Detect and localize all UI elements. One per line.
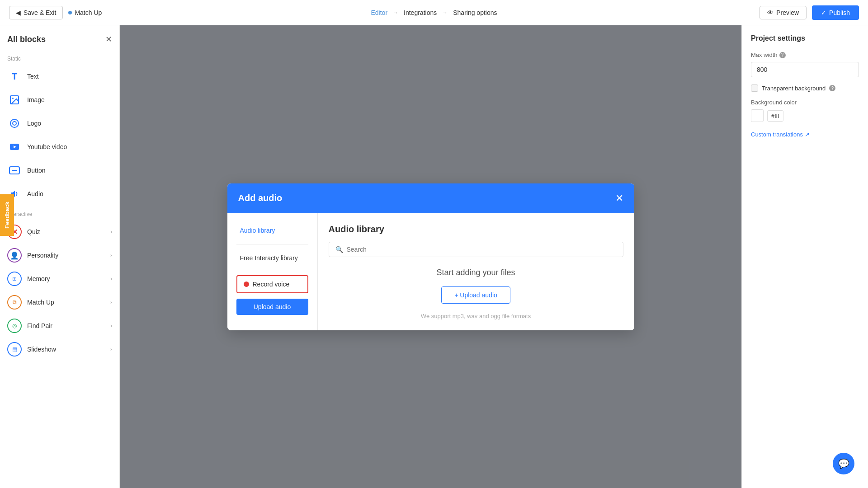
transparent-bg-checkbox[interactable]: [751, 84, 758, 92]
svg-point-1: [12, 98, 14, 99]
sidebar-item-matchup[interactable]: ⧉ Match Up ›: [0, 291, 119, 314]
matchup-arrow: ›: [110, 299, 112, 305]
block-item-logo[interactable]: Logo: [0, 112, 119, 135]
topbar-nav: Editor → Integrations → Sharing options: [371, 9, 497, 16]
external-link-icon: ↗: [805, 131, 810, 138]
max-width-label: Max width ?: [751, 52, 859, 58]
image-label: Image: [27, 96, 112, 103]
modal-content: Audio library 🔍 Start adding your files …: [318, 213, 634, 330]
block-item-button[interactable]: Button: [0, 159, 119, 182]
svg-point-2: [10, 119, 19, 127]
findpair-label: Find Pair: [27, 322, 105, 329]
modal-title: Add audio: [238, 193, 283, 203]
left-sidebar: All blocks ✕ Static T Text Image Logo Yo…: [0, 25, 120, 488]
topbar: ◀ Save & Exit Match Up Editor → Integrat…: [0, 0, 868, 25]
transparent-bg-help-icon[interactable]: ?: [829, 85, 835, 91]
personality-arrow: ›: [110, 252, 112, 258]
sidebar-title: All blocks: [7, 35, 46, 44]
block-item-text[interactable]: T Text: [0, 65, 119, 88]
empty-state: Start adding your files + Upload audio W…: [329, 268, 623, 319]
search-bar: 🔍: [329, 242, 623, 257]
back-arrow-icon: ◀: [16, 9, 21, 16]
save-exit-label: Save & Exit: [24, 9, 56, 16]
upload-audio-outline-button[interactable]: + Upload audio: [441, 286, 510, 304]
memory-icon: ⊞: [7, 272, 22, 286]
svg-point-3: [13, 122, 16, 125]
center-area: Add audio ✕ Audio library Free Interacty…: [120, 25, 741, 488]
sidebar-item-findpair[interactable]: ◎ Find Pair ›: [0, 314, 119, 338]
topbar-left: ◀ Save & Exit Match Up: [9, 6, 102, 19]
personality-label: Personality: [27, 252, 105, 259]
max-width-input[interactable]: [751, 62, 859, 77]
record-dot-icon: [244, 282, 249, 287]
memory-arrow: ›: [110, 276, 112, 282]
text-icon: T: [7, 69, 22, 84]
audio-library-tab[interactable]: Audio library: [236, 222, 308, 239]
image-icon: [7, 93, 22, 107]
chat-button[interactable]: 💬: [833, 453, 854, 474]
project-name: Match Up: [68, 9, 102, 16]
bg-color-row: #fff: [751, 109, 859, 122]
sharing-options-link[interactable]: Sharing options: [453, 9, 497, 16]
nav-divider: [236, 244, 308, 244]
text-label: Text: [27, 73, 112, 80]
sidebar-item-memory[interactable]: ⊞ Memory ›: [0, 267, 119, 291]
slideshow-label: Slideshow: [27, 346, 105, 353]
slideshow-arrow: ›: [110, 346, 112, 352]
youtube-label: Youtube video: [27, 143, 112, 150]
feedback-tab[interactable]: Feedback: [0, 194, 14, 236]
matchup-icon: ⧉: [7, 295, 22, 310]
upload-audio-button[interactable]: Upload audio: [236, 299, 308, 315]
transparent-bg-label: Transparent background: [762, 85, 826, 92]
eye-icon: 👁: [767, 9, 774, 16]
bg-color-value[interactable]: #fff: [767, 110, 783, 122]
max-width-help-icon[interactable]: ?: [779, 52, 786, 58]
right-sidebar: Project settings Max width ? Transparent…: [741, 25, 868, 488]
slideshow-icon: ▤: [7, 342, 22, 357]
editor-link[interactable]: Editor: [371, 9, 387, 16]
sidebar-item-quiz[interactable]: ✕ Quiz ›: [0, 220, 119, 244]
audio-library-title: Audio library: [329, 224, 623, 235]
preview-button[interactable]: 👁 Preview: [760, 6, 807, 19]
logo-icon: [7, 116, 22, 131]
main-layout: All blocks ✕ Static T Text Image Logo Yo…: [0, 25, 868, 488]
search-input[interactable]: [347, 246, 617, 253]
check-icon: ✓: [821, 9, 826, 16]
youtube-icon: [7, 140, 22, 154]
button-icon: [7, 163, 22, 178]
arrow-1: →: [393, 9, 398, 16]
publish-button[interactable]: ✓ Publish: [812, 5, 859, 20]
topbar-right: 👁 Preview ✓ Publish: [760, 5, 859, 20]
quiz-label: Quiz: [27, 228, 105, 235]
project-settings-title: Project settings: [751, 34, 859, 42]
sidebar-item-slideshow[interactable]: ▤ Slideshow ›: [0, 338, 119, 361]
integrations-link[interactable]: Integrations: [404, 9, 437, 16]
quiz-arrow: ›: [110, 229, 112, 235]
add-audio-modal: Add audio ✕ Audio library Free Interacty…: [227, 183, 634, 330]
sidebar-item-personality[interactable]: 👤 Personality ›: [0, 244, 119, 267]
record-voice-button[interactable]: Record voice: [236, 275, 308, 293]
status-dot: [68, 11, 72, 14]
close-icon[interactable]: ✕: [105, 34, 112, 44]
block-item-youtube[interactable]: Youtube video: [0, 135, 119, 159]
block-item-image[interactable]: Image: [0, 88, 119, 112]
arrow-2: →: [442, 9, 448, 16]
modal-close-button[interactable]: ✕: [615, 192, 623, 204]
memory-label: Memory: [27, 275, 105, 282]
static-section-label: Static: [0, 50, 119, 65]
modal-sidebar: Audio library Free Interacty library Rec…: [227, 213, 318, 330]
logo-label: Logo: [27, 120, 112, 127]
modal-body: Audio library Free Interacty library Rec…: [227, 213, 634, 330]
save-exit-button[interactable]: ◀ Save & Exit: [9, 6, 63, 19]
empty-state-title: Start adding your files: [436, 268, 515, 277]
personality-icon: 👤: [7, 248, 22, 263]
transparent-bg-row: Transparent background ?: [751, 84, 859, 92]
bg-color-swatch[interactable]: [751, 109, 764, 122]
modal-header: Add audio ✕: [227, 183, 634, 213]
custom-translations-link[interactable]: Custom translations ↗: [751, 131, 859, 138]
findpair-icon: ◎: [7, 319, 22, 333]
modal-overlay[interactable]: Add audio ✕ Audio library Free Interacty…: [120, 25, 741, 488]
bg-color-label: Background color: [751, 99, 859, 106]
matchup-label: Match Up: [27, 299, 105, 306]
free-library-tab[interactable]: Free Interacty library: [236, 250, 308, 266]
